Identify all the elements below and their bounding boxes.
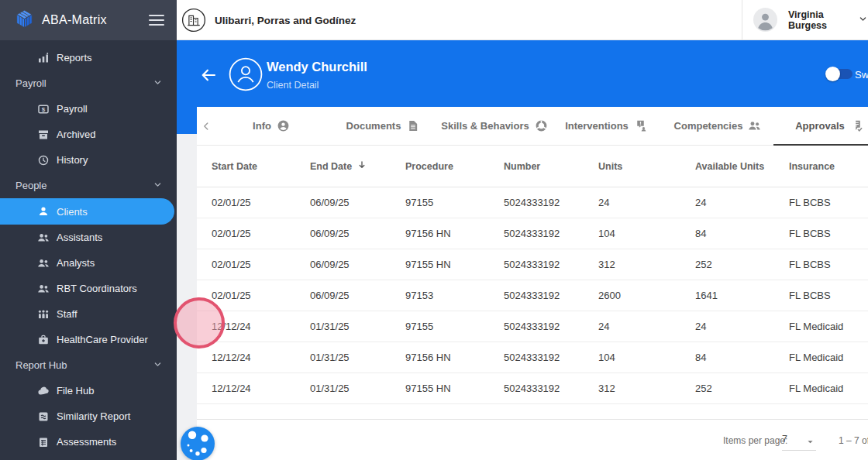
menu-hamburger-icon[interactable]: [149, 12, 164, 29]
table-cell: 97156 HN: [405, 228, 504, 239]
column-label: Units: [598, 161, 622, 172]
sidebar-item-clients[interactable]: Clients: [0, 198, 174, 225]
sidebar-item-analysts[interactable]: Analysts: [0, 250, 177, 276]
table-cell: 01/31/25: [310, 321, 405, 332]
tab-label: Competencies: [674, 120, 743, 132]
tab-skills-behaviors[interactable]: Skills & Behaviors: [439, 107, 550, 145]
table-cell: 12/12/24: [212, 352, 310, 363]
table-row[interactable]: 02/01/2506/09/2597153502433319226001641F…: [197, 280, 868, 311]
skills-icon: [535, 119, 548, 132]
sidebar-item-history[interactable]: History: [0, 147, 177, 173]
people3-icon: [37, 308, 50, 321]
table-row[interactable]: 02/01/2506/09/2597156 HN502433319210484F…: [197, 218, 868, 249]
column-label: Start Date: [212, 161, 257, 172]
table-cell: 97153: [405, 290, 504, 301]
table-cell: 5024333192: [504, 352, 598, 363]
people-icon: [37, 283, 50, 295]
table-cell: 5024333192: [504, 197, 598, 208]
sidebar-item-file-hub[interactable]: File Hub: [0, 378, 177, 403]
column-header-available-units[interactable]: Available Units: [695, 161, 789, 172]
sidebar-item-healthcare-provider[interactable]: HealthCare Provider: [0, 327, 177, 352]
table-cell: 5024333192: [504, 228, 598, 239]
chart-icon: [37, 52, 50, 64]
sidebar-item-similarity-report[interactable]: Similarity Report: [0, 403, 177, 429]
header-toggle-switch[interactable]: [825, 69, 852, 79]
table-cell: 02/01/25: [212, 228, 310, 239]
column-header-end-date[interactable]: End Date: [310, 160, 405, 173]
person-icon: [37, 205, 50, 218]
column-label: End Date: [310, 161, 352, 172]
sidebar-item-archived[interactable]: Archived: [0, 122, 177, 147]
sidebar-item-label: History: [57, 154, 88, 166]
tab-interventions[interactable]: Interventions: [550, 107, 662, 145]
column-header-units[interactable]: Units: [598, 161, 695, 172]
tab-documents[interactable]: Documents: [327, 107, 439, 145]
items-per-page-value: 7: [782, 434, 787, 445]
sidebar-item-label: Staff: [57, 308, 78, 320]
sidebar-item-staff[interactable]: Staff: [0, 301, 177, 327]
column-header-number[interactable]: Number: [504, 161, 598, 172]
table-row[interactable]: 12/12/2401/31/259715550243331922424FL Me…: [197, 311, 868, 342]
column-header-insurance[interactable]: Insurance: [789, 161, 868, 172]
section-label: Report Hub: [16, 359, 153, 371]
toggle-label: Swi: [855, 69, 868, 81]
topbar: Ulibarri, Porras and Godínez Virginia Bu…: [177, 0, 868, 40]
sidebar-item-label: Clients: [57, 206, 88, 218]
svg-text:$: $: [42, 105, 46, 112]
table-row[interactable]: 12/12/2401/31/2597156 HN502433319210484F…: [197, 342, 868, 373]
sidebar-section-report-hub[interactable]: Report Hub: [0, 352, 177, 378]
column-label: Insurance: [789, 161, 835, 172]
table-cell: 97155 HN: [405, 259, 504, 270]
sidebar-item-rbt-coordinators[interactable]: RBT Coordinators: [0, 276, 177, 301]
people-icon: [37, 257, 50, 269]
table-cell: 252: [695, 259, 789, 270]
sidebar-item-payroll[interactable]: $Payroll: [0, 96, 177, 122]
items-per-page-select[interactable]: 7: [782, 434, 816, 451]
sidebar-item-monthly-report[interactable]: Monthly Report: [0, 455, 177, 460]
spinner-fab-button[interactable]: [181, 427, 215, 460]
table-cell: 12/12/24: [212, 383, 310, 394]
sidebar-item-label: Similarity Report: [57, 410, 130, 422]
sidebar-item-assessments[interactable]: Assessments: [0, 429, 177, 455]
section-label: People: [16, 180, 153, 191]
column-label: Available Units: [695, 161, 764, 172]
column-label: Procedure: [405, 161, 453, 172]
table-cell: 12/12/24: [212, 321, 310, 332]
sidebar-item-reports[interactable]: Reports: [0, 45, 177, 70]
tab-info[interactable]: Info: [215, 107, 327, 145]
user-menu[interactable]: Virginia Burgess: [753, 8, 868, 32]
tab-competencies[interactable]: Competencies: [662, 107, 773, 145]
tab-approvals[interactable]: Approvals: [773, 107, 868, 145]
table-cell: 01/31/25: [310, 383, 405, 394]
table-cell: 24: [695, 197, 789, 208]
table-cell: FL BCBS: [789, 259, 868, 270]
table-cell: 97155: [405, 197, 504, 208]
tab-scroll-left-button[interactable]: [197, 107, 215, 145]
table-cell: 97155 HN: [405, 383, 504, 394]
table-cell: 2600: [598, 290, 695, 301]
table-row[interactable]: 12/12/2401/31/2597155 HN5024333192312252…: [197, 373, 868, 404]
people2-icon: [748, 119, 761, 132]
sidebar-item-assistants[interactable]: Assistants: [0, 225, 177, 250]
column-header-procedure[interactable]: Procedure: [405, 161, 504, 172]
table-cell: 97156 HN: [405, 352, 504, 363]
app-logo-cube-icon: [14, 9, 35, 33]
app-title: ABA-Matrix: [42, 13, 149, 27]
table-cell: 104: [598, 352, 695, 363]
user-name: Virginia Burgess: [788, 9, 848, 31]
table-header-row: Start DateEnd DateProcedureNumberUnitsAv…: [197, 146, 868, 187]
tab-label: Approvals: [795, 120, 845, 132]
sidebar-item-label: Analysts: [57, 257, 95, 269]
user-avatar: [753, 8, 777, 32]
table-cell: 97155: [405, 321, 504, 332]
column-header-start-date[interactable]: Start Date: [212, 161, 310, 172]
table-row[interactable]: 02/01/2506/09/259715550243331922424FL BC…: [197, 187, 868, 218]
table-row[interactable]: 02/01/2506/09/2597155 HN5024333192312252…: [197, 249, 868, 280]
sidebar-section-people[interactable]: People: [0, 173, 177, 198]
back-button[interactable]: [200, 67, 217, 84]
client-avatar-icon: [229, 57, 263, 91]
sidebar-section-payroll[interactable]: Payroll: [0, 70, 177, 96]
tab-label: Interventions: [565, 120, 629, 132]
table-body: 02/01/2506/09/259715550243331922424FL BC…: [197, 187, 868, 404]
table-cell: FL Medicaid: [789, 352, 868, 363]
